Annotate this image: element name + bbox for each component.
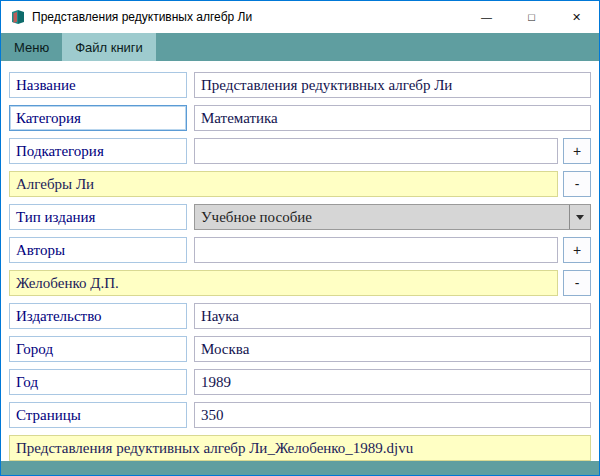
subcategory-input[interactable] bbox=[194, 138, 558, 164]
maximize-button[interactable]: □ bbox=[509, 1, 554, 33]
year-label: Год bbox=[9, 369, 187, 395]
add-subcategory-button[interactable]: + bbox=[563, 138, 591, 164]
row-category: Категория bbox=[9, 105, 591, 131]
menu-item-menu[interactable]: Меню bbox=[1, 33, 62, 61]
city-label: Город bbox=[9, 336, 187, 362]
bottom-strip bbox=[1, 461, 599, 475]
category-label: Категория bbox=[9, 105, 187, 131]
row-file-name: Представления редуктивных алгебр Ли_Жело… bbox=[9, 435, 591, 461]
titlebar: Представления редуктивных алгебр Ли — □ … bbox=[1, 1, 599, 33]
row-publisher: Издательство bbox=[9, 303, 591, 329]
subcategory-tag: Алгебры Ли bbox=[9, 171, 558, 197]
row-subcategory-tag: Алгебры Ли - bbox=[9, 171, 591, 197]
book-icon bbox=[10, 9, 26, 25]
row-authors: Авторы + bbox=[9, 237, 591, 263]
file-name-field: Представления редуктивных алгебр Ли_Жело… bbox=[9, 435, 591, 461]
authors-label: Авторы bbox=[9, 237, 187, 263]
row-city: Город bbox=[9, 336, 591, 362]
author-tag: Желобенко Д.П. bbox=[9, 270, 558, 296]
chevron-down-icon bbox=[569, 205, 590, 229]
authors-input[interactable] bbox=[194, 237, 558, 263]
pages-input[interactable] bbox=[194, 402, 591, 428]
minimize-button[interactable]: — bbox=[464, 1, 509, 33]
window-controls: — □ ✕ bbox=[464, 1, 599, 33]
book-form: Название Категория Подкатегория + Алгебр… bbox=[1, 61, 599, 461]
window-title: Представления редуктивных алгебр Ли bbox=[32, 10, 464, 24]
year-input[interactable] bbox=[194, 369, 591, 395]
publication-type-select[interactable]: Учебное пособие bbox=[194, 204, 591, 230]
menu-item-book-file[interactable]: Файл книги bbox=[62, 33, 156, 61]
menu-bar: Меню Файл книги bbox=[1, 33, 599, 61]
row-author-tag: Желобенко Д.П. - bbox=[9, 270, 591, 296]
remove-author-button[interactable]: - bbox=[563, 270, 591, 296]
row-publication-type: Тип издания Учебное пособие bbox=[9, 204, 591, 230]
row-subcategory: Подкатегория + bbox=[9, 138, 591, 164]
publication-type-value: Учебное пособие bbox=[201, 209, 312, 226]
row-year: Год bbox=[9, 369, 591, 395]
title-input[interactable] bbox=[194, 72, 591, 98]
publisher-label: Издательство bbox=[9, 303, 187, 329]
row-title: Название bbox=[9, 72, 591, 98]
app-window: Представления редуктивных алгебр Ли — □ … bbox=[0, 0, 600, 476]
pages-label: Страницы bbox=[9, 402, 187, 428]
category-input[interactable] bbox=[194, 105, 591, 131]
add-author-button[interactable]: + bbox=[563, 237, 591, 263]
subcategory-label: Подкатегория bbox=[9, 138, 187, 164]
remove-subcategory-button[interactable]: - bbox=[563, 171, 591, 197]
city-input[interactable] bbox=[194, 336, 591, 362]
row-pages: Страницы bbox=[9, 402, 591, 428]
close-button[interactable]: ✕ bbox=[554, 1, 599, 33]
title-label: Название bbox=[9, 72, 187, 98]
publication-type-label: Тип издания bbox=[9, 204, 187, 230]
publisher-input[interactable] bbox=[194, 303, 591, 329]
